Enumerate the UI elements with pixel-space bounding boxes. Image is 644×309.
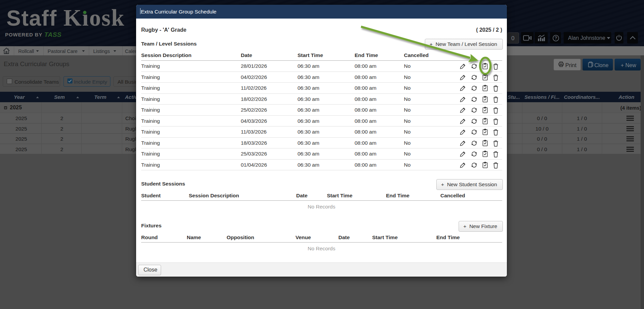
svg-text:?: ? [555,36,557,40]
